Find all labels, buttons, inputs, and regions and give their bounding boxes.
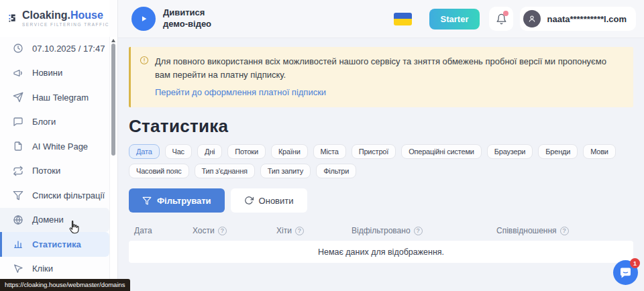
user-menu[interactable]: naata**********l.com	[520, 7, 636, 31]
refresh-icon	[244, 196, 254, 205]
sidebar-nav: 07.10.2025 / 17:47 Новини Наш Telegram Б…	[0, 36, 109, 281]
demo-video-button[interactable]: Дивитися демо-відео	[131, 7, 211, 31]
paper-plane-icon	[13, 92, 23, 103]
sidebar-item-filter-lists[interactable]: Списки фільтрації	[0, 183, 109, 208]
funnel-icon	[142, 196, 152, 205]
warning-icon	[140, 56, 149, 98]
trial-warning-banner: Для повного використання всіх можливосте…	[129, 47, 633, 107]
refresh-button-label: Оновити	[259, 196, 294, 206]
help-icon[interactable]: ?	[560, 227, 569, 235]
notifications-button[interactable]	[489, 7, 513, 31]
clock-icon	[13, 43, 23, 54]
tab-timezone[interactable]: Часовий пояс	[129, 164, 189, 178]
bar-chart-icon	[13, 239, 23, 249]
refresh-button[interactable]: Оновити	[231, 188, 307, 213]
column-header-hits: Хіти?	[276, 226, 352, 235]
megaphone-icon	[13, 68, 23, 78]
cursor-icon	[13, 264, 23, 274]
brand-accent: House	[70, 9, 103, 21]
user-email: naata**********l.com	[547, 14, 627, 24]
sidebar-item-label: Домени	[32, 215, 64, 225]
help-icon[interactable]: ?	[218, 227, 227, 235]
chat-widget-button[interactable]: 1	[613, 260, 638, 285]
tab-browsers[interactable]: Браузери	[487, 144, 533, 159]
sidebar-item-label: Блоги	[32, 117, 56, 127]
demo-video-label: Дивитися демо-відео	[163, 7, 211, 30]
column-header-ratio: Співвідношення?	[496, 226, 569, 235]
app-window: Cloaking.House SERVICE FILTERING TRAFFIC…	[0, 0, 644, 291]
sidebar-item-streams[interactable]: Потоки	[0, 159, 109, 184]
filter-button-label: Фільтрувати	[157, 196, 211, 206]
empty-message: Немає даних для відображення.	[318, 247, 444, 257]
help-icon[interactable]: ?	[295, 227, 304, 235]
logo[interactable]: Cloaking.House SERVICE FILTERING TRAFFIC	[0, 0, 109, 37]
sidebar-item-label: Наш Telegram	[32, 93, 89, 103]
tab-request-type[interactable]: Тип запиту	[260, 164, 311, 178]
globe-icon	[13, 215, 23, 225]
plan-badge-starter[interactable]: Starter	[429, 9, 480, 30]
logo-icon	[9, 9, 17, 28]
sidebar-item-ai-white-page[interactable]: AI White Page	[0, 134, 109, 159]
sidebar-item-domains[interactable]: Домени	[0, 208, 109, 233]
logo-text: Cloaking.House SERVICE FILTERING TRAFFIC	[22, 10, 109, 27]
tab-filters[interactable]: Фільтри	[316, 164, 356, 178]
tab-date[interactable]: Дата	[129, 144, 160, 159]
tab-languages[interactable]: Мови	[583, 144, 616, 159]
stats-tabs: Дата Час Дні Потоки Країни Міста Пристро…	[129, 144, 633, 178]
sidebar-item-news[interactable]: Новини	[0, 61, 109, 86]
topbar-right: Starter naata**********l.com	[394, 7, 636, 31]
tab-operating-systems[interactable]: Операційні системи	[401, 144, 482, 159]
notification-dot	[503, 11, 508, 16]
scrollbar-thumb[interactable]	[111, 44, 115, 156]
sidebar-item-clicks[interactable]: Кліки	[0, 257, 109, 282]
play-icon[interactable]	[131, 7, 156, 31]
sidebar-item-telegram[interactable]: Наш Telegram	[0, 85, 109, 110]
funnel-icon	[13, 190, 23, 200]
column-header-date: Дата	[134, 226, 193, 235]
sidebar-scrollbar[interactable]	[109, 37, 117, 291]
banner-text: Для повного використання всіх можливосте…	[155, 55, 623, 81]
table-actions: Фільтрувати Оновити	[129, 188, 633, 213]
sidebar-item-label: Статистика	[32, 239, 81, 249]
sidebar-item-label: Новини	[32, 68, 62, 78]
repeat-icon	[13, 166, 23, 176]
tab-days[interactable]: Дні	[197, 144, 222, 159]
tab-brands[interactable]: Бренди	[538, 144, 578, 159]
tab-cities[interactable]: Міста	[313, 144, 346, 159]
table-header: Дата Хости? Хіти? Відфільтровано? Співві…	[129, 221, 633, 241]
sidebar-item-label: AI White Page	[32, 141, 88, 152]
sidebar-item-label: Списки фільтрації	[32, 190, 105, 200]
column-header-hosts: Хости?	[193, 226, 276, 235]
help-icon[interactable]: ?	[414, 227, 423, 235]
chat-unread-badge: 1	[630, 258, 640, 268]
tab-countries[interactable]: Країни	[271, 144, 308, 159]
brand-dark: Cloaking.	[22, 9, 70, 21]
tab-connection-type[interactable]: Тип з'єднання	[195, 164, 255, 178]
subscribe-link[interactable]: Перейти до оформлення платної підписки	[155, 87, 326, 97]
tab-streams[interactable]: Потоки	[227, 144, 266, 159]
sidebar-item-blogs[interactable]: Блоги	[0, 110, 109, 135]
document-icon	[13, 141, 23, 152]
column-header-filtered: Відфільтровано?	[352, 226, 496, 235]
sidebar-item-label: 07.10.2025 / 17:47	[32, 44, 105, 54]
sidebar-item-date[interactable]: 07.10.2025 / 17:47	[0, 36, 109, 61]
sidebar: Cloaking.House SERVICE FILTERING TRAFFIC…	[0, 0, 118, 291]
topbar: Дивитися демо-відео Starter naata*******…	[118, 0, 644, 38]
tab-devices[interactable]: Пристрої	[352, 144, 396, 159]
ukraine-flag-icon[interactable]	[394, 13, 412, 25]
chat-bubble-icon	[13, 117, 23, 127]
brand-tagline: SERVICE FILTERING TRAFFIC	[22, 22, 109, 27]
sidebar-item-statistics[interactable]: Статистика	[0, 232, 109, 257]
filter-button[interactable]: Фільтрувати	[129, 188, 225, 213]
banner-body: Для повного використання всіх можливосте…	[155, 55, 623, 98]
scroll-up-arrow-icon[interactable]	[111, 39, 115, 42]
avatar	[523, 10, 541, 27]
chat-widget-icon	[619, 266, 632, 279]
tab-time[interactable]: Час	[165, 144, 192, 159]
sidebar-item-label: Кліки	[32, 264, 53, 274]
table-empty-row: Немає даних для відображення.	[129, 241, 633, 263]
main-content: Для повного використання всіх можливосте…	[118, 38, 644, 291]
page-title: Статистика	[129, 116, 633, 137]
status-url-tooltip: https://cloaking.house/webmaster/domains	[0, 279, 130, 291]
sidebar-item-label: Потоки	[32, 166, 60, 176]
